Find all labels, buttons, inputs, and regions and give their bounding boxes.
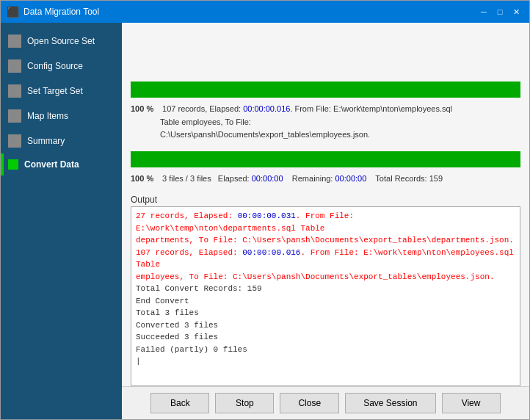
main-content: 100 % 107 records, Elapsed: 00:00:00.016… — [122, 23, 529, 419]
open-source-set-icon — [8, 35, 21, 48]
progress-bar-fill-2 — [131, 151, 520, 167]
close-button[interactable]: ✕ — [509, 4, 523, 19]
output-line-10: Failed (partly) 0 files — [136, 344, 515, 356]
close-button[interactable]: Close — [280, 393, 339, 413]
title-bar-title: ⬛ Data Migration Tool — [7, 6, 99, 18]
sidebar-item-set-target-set[interactable]: Set Target Set — [1, 79, 122, 104]
progress-block-2: 100 % 3 files / 3 files Elapsed: 00:00:0… — [131, 151, 520, 188]
title-bar: ⬛ Data Migration Tool ─ □ ✕ — [1, 1, 529, 23]
progress-detail-2: 3 files / 3 files Elapsed: 00:00:00 Rema… — [162, 174, 443, 183]
main-window: ⬛ Data Migration Tool ─ □ ✕ Open Source … — [0, 0, 530, 420]
progress-block-1: 100 % 107 records, Elapsed: 00:00:00.016… — [131, 82, 520, 144]
progress-detail-1a: 107 records, Elapsed: 00:00:00.016. From… — [162, 104, 452, 113]
sidebar-item-config-source[interactable]: Config Source — [1, 54, 122, 79]
output-line-6: End Convert — [136, 295, 515, 308]
output-line-2: departments, To File: C:\Users\pansh\Doc… — [136, 234, 515, 247]
window-body: Open Source Set Config Source Set Target… — [1, 23, 529, 419]
sidebar-item-open-source-set[interactable]: Open Source Set — [1, 29, 122, 54]
progress-detail-1c: C:\Users\pansh\Documents\export_tables\e… — [160, 130, 370, 139]
progress-bar-1 — [131, 82, 520, 98]
progress-info-1: 100 % 107 records, Elapsed: 00:00:00.016… — [131, 101, 520, 144]
sidebar: Open Source Set Config Source Set Target… — [1, 23, 122, 419]
window-title: Data Migration Tool — [23, 7, 99, 17]
sidebar-item-label: Summary — [27, 136, 65, 146]
sidebar-item-map-items[interactable]: Map Items — [1, 104, 122, 128]
progress-bar-fill-1 — [131, 82, 520, 98]
sidebar-item-label: Config Source — [27, 61, 83, 71]
output-cursor: | — [136, 355, 515, 368]
minimize-button[interactable]: ─ — [476, 4, 491, 19]
summary-icon — [8, 134, 21, 148]
view-button[interactable]: View — [442, 393, 501, 413]
output-line-4: employees, To File: C:\Users\pansh\Docum… — [136, 271, 515, 283]
map-items-icon — [8, 109, 21, 123]
output-line-3: 107 records, Elapsed: 00:00:00.016. From… — [136, 247, 515, 271]
set-target-set-icon — [8, 84, 21, 98]
title-bar-controls: ─ □ ✕ — [476, 4, 523, 19]
progress-area: 100 % 107 records, Elapsed: 00:00:00.016… — [122, 23, 529, 195]
output-line-5: Total Convert Records: 159 — [136, 283, 515, 295]
sidebar-item-label: Convert Data — [24, 159, 79, 170]
progress-detail-1b: Table employees, To File: — [160, 117, 251, 126]
sidebar-item-label: Open Source Set — [27, 36, 95, 46]
progress-bar-2 — [131, 151, 520, 167]
output-section: Output 27 records, Elapsed: 00:00:00.031… — [131, 195, 520, 386]
config-source-icon — [8, 59, 21, 73]
output-line-9: Succeeded 3 files — [136, 331, 515, 344]
output-line-8: Converted 3 files — [136, 319, 515, 332]
output-line-7: Total 3 files — [136, 307, 515, 319]
maximize-button[interactable]: □ — [493, 4, 507, 19]
convert-data-icon — [8, 159, 18, 170]
progress-pct-2: 100 % — [131, 173, 160, 186]
stop-button[interactable]: Stop — [215, 393, 274, 413]
sidebar-item-label: Map Items — [27, 111, 68, 121]
output-label: Output — [131, 195, 520, 205]
sidebar-item-summary[interactable]: Summary — [1, 128, 122, 153]
sidebar-item-label: Set Target Set — [27, 86, 83, 96]
sidebar-item-convert-data[interactable]: Convert Data — [1, 153, 122, 175]
save-session-button[interactable]: Save Session — [345, 393, 435, 413]
window-icon: ⬛ — [7, 6, 19, 18]
footer: Back Stop Close Save Session View — [122, 386, 529, 419]
progress-info-2: 100 % 3 files / 3 files Elapsed: 00:00:0… — [131, 170, 520, 188]
output-line-1: 27 records, Elapsed: 00:00:00.031. From … — [136, 210, 515, 234]
output-box[interactable]: 27 records, Elapsed: 00:00:00.031. From … — [131, 206, 520, 386]
back-button[interactable]: Back — [150, 393, 209, 413]
progress-pct-1: 100 % — [131, 103, 160, 116]
